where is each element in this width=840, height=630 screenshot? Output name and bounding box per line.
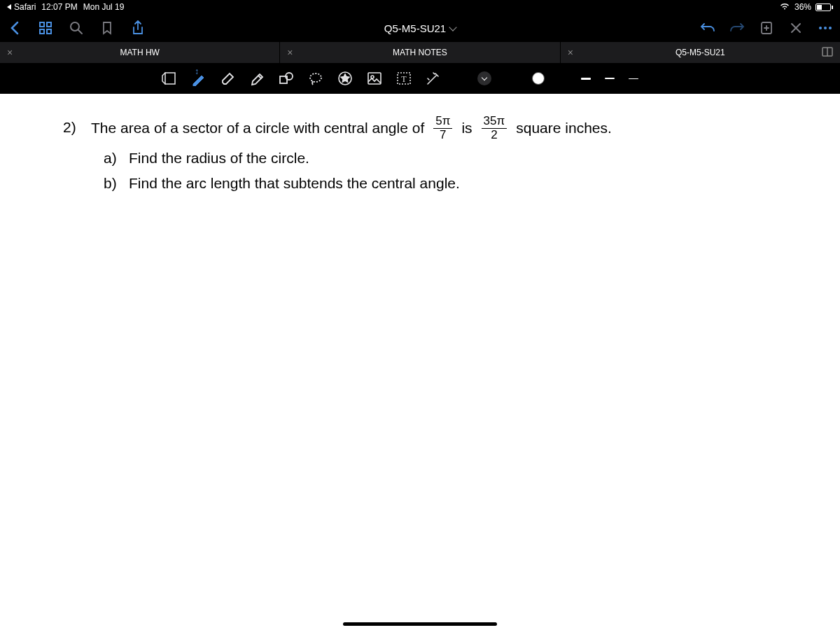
page-nav-icon[interactable]	[161, 71, 176, 86]
document-title: Q5-M5-SU21	[384, 22, 446, 34]
chevron-down-icon	[449, 23, 457, 31]
bookmark-icon[interactable]	[99, 20, 115, 36]
svg-point-13	[310, 74, 321, 82]
redo-button[interactable]	[729, 20, 745, 36]
svg-point-7	[824, 27, 827, 29]
stroke-width-thin[interactable]	[629, 78, 638, 79]
problem-text-before: The area of a sector of a circle with ce…	[91, 115, 424, 141]
document-content: 2) The area of a sector of a circle with…	[0, 94, 840, 217]
problem-statement: The area of a sector of a circle with ce…	[91, 115, 612, 141]
color-dropdown[interactable]	[477, 71, 491, 85]
fraction-area: 35π 2	[482, 115, 507, 141]
tab-math-hw[interactable]: × MATH HW	[0, 42, 280, 63]
part-label: b)	[104, 171, 119, 196]
battery-icon	[816, 4, 833, 11]
svg-point-6	[819, 27, 822, 29]
stroke-width-medium[interactable]	[605, 78, 615, 79]
problem-text-middle: is	[461, 115, 472, 141]
thumbnails-icon[interactable]	[38, 20, 53, 36]
color-black[interactable]	[505, 72, 518, 85]
image-tool-icon[interactable]	[367, 71, 382, 86]
wifi-icon	[779, 2, 790, 13]
highlighter-tool-icon[interactable]	[249, 71, 265, 86]
tab-close-icon[interactable]: ×	[287, 47, 293, 58]
navigation-bar: Q5-M5-SU21	[0, 14, 840, 42]
svg-rect-10	[165, 73, 175, 84]
add-page-icon[interactable]	[759, 20, 774, 36]
split-view-icon[interactable]	[822, 47, 833, 59]
tab-math-notes[interactable]: × MATH NOTES	[280, 42, 560, 63]
color-white[interactable]	[532, 72, 545, 85]
svg-text:T: T	[401, 74, 407, 84]
text-tool-icon[interactable]: T	[396, 71, 412, 86]
fraction-angle: 5π 7	[433, 115, 452, 141]
home-indicator[interactable]	[343, 622, 497, 626]
tab-close-icon[interactable]: ×	[7, 47, 13, 58]
part-text: Find the radius of the circle.	[129, 146, 309, 171]
svg-rect-15	[368, 73, 381, 84]
problem-text-after: square inches.	[516, 115, 612, 141]
svg-rect-0	[40, 22, 44, 27]
part-text: Find the arc length that subtends the ce…	[129, 171, 460, 196]
tab-label: MATH HW	[120, 48, 159, 57]
svg-point-4	[71, 22, 79, 31]
tab-q5-m5-su21[interactable]: × Q5-M5-SU21	[561, 42, 840, 63]
close-icon[interactable]	[788, 20, 804, 36]
eraser-tool-icon[interactable]	[220, 71, 235, 86]
undo-button[interactable]	[700, 20, 715, 36]
svg-rect-2	[40, 29, 44, 34]
status-bar: Safari 12:07 PM Mon Jul 19 36%	[0, 0, 840, 14]
back-button[interactable]	[7, 20, 22, 36]
lasso-tool-icon[interactable]	[308, 71, 323, 86]
problem-number: 2)	[63, 115, 80, 140]
status-time: 12:07 PM	[41, 2, 77, 12]
problem-2: 2) The area of a sector of a circle with…	[63, 115, 777, 196]
stroke-width-thick[interactable]	[581, 78, 591, 80]
svg-point-8	[829, 27, 832, 29]
favorites-tool-icon[interactable]	[337, 71, 353, 86]
tab-close-icon[interactable]: ×	[568, 47, 573, 58]
tab-label: Q5-M5-SU21	[676, 48, 725, 57]
document-title-dropdown[interactable]: Q5-M5-SU21	[282, 22, 557, 34]
svg-rect-3	[47, 29, 51, 34]
problem-part-b: b) Find the arc length that subtends the…	[104, 171, 777, 196]
laser-tool-icon[interactable]	[426, 71, 441, 86]
search-icon[interactable]	[69, 20, 84, 36]
more-icon[interactable]	[818, 20, 833, 36]
pen-tool-icon[interactable]: ↕	[190, 71, 206, 86]
tab-label: MATH NOTES	[393, 48, 447, 57]
tabs-bar: × MATH HW × MATH NOTES × Q5-M5-SU21	[0, 42, 840, 63]
svg-rect-1	[47, 22, 51, 27]
back-to-app[interactable]: Safari	[7, 2, 36, 12]
status-date: Mon Jul 19	[83, 2, 125, 12]
part-label: a)	[104, 146, 119, 171]
annotation-toolbar: ↕ T	[0, 63, 840, 94]
shapes-tool-icon[interactable]	[279, 71, 294, 86]
share-icon[interactable]	[130, 20, 146, 36]
problem-part-a: a) Find the radius of the circle.	[104, 146, 777, 171]
battery-percent: 36%	[794, 2, 811, 12]
